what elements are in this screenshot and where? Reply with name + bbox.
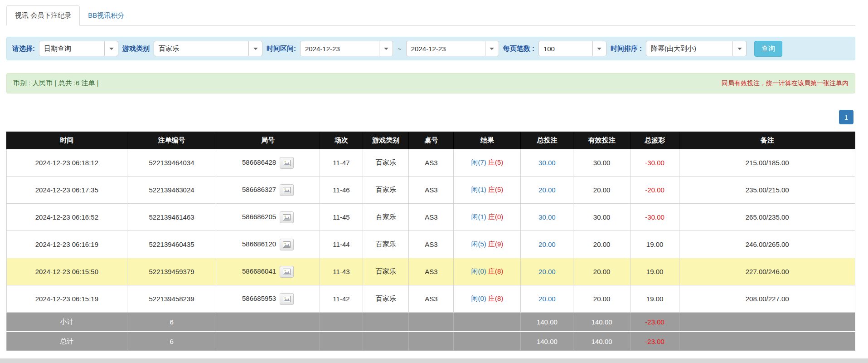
cell-time: 2024-12-23 06:15:19 <box>7 285 127 313</box>
cell-valid-bet: 30.00 <box>573 204 630 231</box>
page-size-label: 每页笔数 : <box>503 44 534 53</box>
chevron-down-icon <box>732 41 746 56</box>
cell-bet-id: 522139458239 <box>127 285 216 313</box>
subtotal-row: 小计 6 140.00 140.00 -23.00 <box>7 313 855 332</box>
date-from-select[interactable]: 2024-12-23 <box>300 41 393 56</box>
valid-bet-notice: 同局有效投注，统一计算在该局第一张注单内 <box>722 79 849 88</box>
cell-time: 2024-12-23 06:16:19 <box>7 231 127 258</box>
query-type-select[interactable]: 日期查询 <box>39 41 118 56</box>
cell-payout: 19.00 <box>630 258 679 285</box>
cell-payout: 19.00 <box>630 285 679 313</box>
time-sort-select[interactable]: 降幂(由大到小) <box>646 41 747 56</box>
page: 视讯 会员下注纪录 BB视讯积分 请选择: 日期查询 游戏类别 百家乐 时间区间… <box>0 0 868 351</box>
currency-summary-text: 币别 : 人民币 | 总共 :6 注单 | <box>13 79 99 88</box>
summary-info-bar: 币别 : 人民币 | 总共 :6 注单 | 同局有效投注，统一计算在该局第一张注… <box>6 73 855 93</box>
column-header: 总投注 <box>521 132 573 149</box>
cell-result: 闲(7) 庄(5) <box>454 149 521 177</box>
result-banker: 庄(8) <box>488 267 503 275</box>
query-button[interactable]: 查询 <box>754 41 782 57</box>
cell-table-no: AS3 <box>409 231 454 258</box>
cell-bet-id: 522139459379 <box>127 258 216 285</box>
cell-total-bet[interactable]: 20.00 <box>521 258 573 285</box>
cell-payout: -30.00 <box>630 204 679 231</box>
cell-result: 闲(5) 庄(9) <box>454 231 521 258</box>
cell-round-id: 586685953 <box>216 285 320 313</box>
chevron-down-icon <box>379 41 393 56</box>
result-banker: 庄(0) <box>488 213 503 221</box>
cell-total-bet[interactable]: 20.00 <box>521 231 573 258</box>
empty-cell <box>409 313 454 332</box>
filter-bar: 请选择: 日期查询 游戏类别 百家乐 时间区间: 2024-12-23 ~ 20… <box>6 37 855 60</box>
date-to-select[interactable]: 2024-12-23 <box>406 41 499 56</box>
result-player: 闲(0) <box>471 267 486 275</box>
cell-valid-bet: 20.00 <box>573 177 630 204</box>
cell-payout: -20.00 <box>630 177 679 204</box>
bet-record-row: 2024-12-23 06:15:19522139458239586685953… <box>7 285 855 313</box>
bet-record-row: 2024-12-23 06:17:35522139463024586686327… <box>7 177 855 204</box>
query-type-value: 日期查询 <box>39 44 76 53</box>
cell-total-bet[interactable]: 30.00 <box>521 204 573 231</box>
bet-record-row: 2024-12-23 06:18:12522139464034586686428… <box>7 149 855 177</box>
round-video-button[interactable] <box>280 266 294 278</box>
page-size-select[interactable]: 100 <box>538 41 606 56</box>
video-preview-icon <box>283 296 291 302</box>
cell-bet-id: 522139463024 <box>127 177 216 204</box>
cell-result: 闲(1) 庄(0) <box>454 204 521 231</box>
cell-session: 11-47 <box>320 149 363 177</box>
cell-bet-id: 522139464034 <box>127 149 216 177</box>
cell-result: 闲(0) 庄(8) <box>454 285 521 313</box>
date-range-separator: ~ <box>397 45 402 53</box>
round-id-text: 586686205 <box>242 212 276 220</box>
game-type-value: 百家乐 <box>154 44 184 53</box>
column-header: 有效投注 <box>573 132 630 149</box>
column-header: 备注 <box>679 132 855 149</box>
empty-cell <box>454 313 521 332</box>
empty-cell <box>409 332 454 351</box>
time-sort-label: 时间排序 : <box>611 44 642 53</box>
cell-bet-id: 522139460435 <box>127 231 216 258</box>
cell-note: 265.00/235.00 <box>679 204 855 231</box>
subtotal-valid-bet: 140.00 <box>573 313 630 332</box>
cell-total-bet[interactable]: 20.00 <box>521 177 573 204</box>
cell-session: 11-44 <box>320 231 363 258</box>
round-video-button[interactable] <box>280 211 294 223</box>
date-to-value: 2024-12-23 <box>407 45 451 53</box>
cell-time: 2024-12-23 06:16:52 <box>7 204 127 231</box>
cell-total-bet[interactable]: 20.00 <box>521 285 573 313</box>
round-video-button[interactable] <box>280 184 294 196</box>
cell-note: 208.00/227.00 <box>679 285 855 313</box>
cell-round-id: 586686120 <box>216 231 320 258</box>
bet-record-row: 2024-12-23 06:15:50522139459379586686041… <box>7 258 855 285</box>
game-type-select[interactable]: 百家乐 <box>154 41 262 56</box>
bet-records-table: 时间注单编号局号场次游戏类别桌号结果总投注有效投注总派彩备注 2024-12-2… <box>6 132 855 351</box>
round-video-button[interactable] <box>280 239 294 250</box>
cell-table-no: AS3 <box>409 149 454 177</box>
total-label: 总计 <box>7 332 127 351</box>
tab-bar: 视讯 会员下注纪录 BB视讯积分 <box>6 5 855 26</box>
cell-round-id: 586686428 <box>216 149 320 177</box>
empty-cell <box>454 332 521 351</box>
column-header: 注单编号 <box>127 132 216 149</box>
empty-cell <box>216 313 320 332</box>
round-video-button[interactable] <box>280 293 294 305</box>
cell-game-type: 百家乐 <box>363 177 409 204</box>
chevron-down-icon <box>104 41 118 56</box>
empty-cell <box>679 332 855 351</box>
empty-cell <box>320 332 363 351</box>
bet-record-row: 2024-12-23 06:16:52522139461463586686205… <box>7 204 855 231</box>
round-video-button[interactable] <box>280 157 294 169</box>
empty-cell <box>363 313 409 332</box>
subtotal-label: 小计 <box>7 313 127 332</box>
cell-payout: 19.00 <box>630 231 679 258</box>
page-1-button[interactable]: 1 <box>839 110 853 124</box>
cell-total-bet[interactable]: 30.00 <box>521 149 573 177</box>
cell-game-type: 百家乐 <box>363 258 409 285</box>
cell-session: 11-42 <box>320 285 363 313</box>
round-id-text: 586686327 <box>242 185 276 193</box>
cell-game-type: 百家乐 <box>363 285 409 313</box>
chevron-down-icon <box>592 41 606 56</box>
cell-note: 215.00/185.00 <box>679 149 855 177</box>
tab-bb-video-points[interactable]: BB视讯积分 <box>80 6 132 25</box>
tab-betting-records[interactable]: 视讯 会员下注纪录 <box>6 5 80 26</box>
column-header: 场次 <box>320 132 363 149</box>
